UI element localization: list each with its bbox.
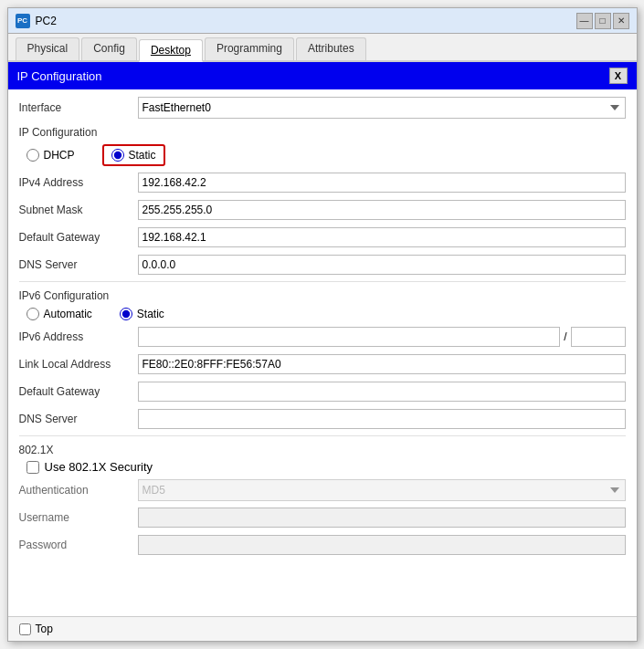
ip-config-close-button[interactable]: X	[609, 68, 628, 84]
maximize-button[interactable]: □	[595, 13, 611, 29]
main-window: PC PC2 — □ ✕ Physical Config Desktop Pro…	[7, 7, 638, 642]
default-gateway-row: Default Gateway	[19, 226, 626, 248]
form-area: Interface FastEthernet0 IP Configuration…	[8, 89, 637, 616]
subnet-mask-label: Subnet Mask	[19, 204, 138, 216]
ip-config-section-title: IP Configuration	[19, 126, 626, 139]
ipv4-address-input[interactable]	[138, 173, 626, 193]
minimize-button[interactable]: —	[576, 13, 593, 29]
ipv6-automatic-radio[interactable]	[26, 308, 39, 320]
ipv4-address-label: IPv4 Address	[19, 176, 138, 189]
ipv6-address-input[interactable]	[138, 327, 561, 347]
ipv6-gateway-row: Default Gateway	[19, 381, 626, 403]
title-bar-controls: — □ ✕	[576, 13, 629, 29]
ipv6-static-option[interactable]: Static	[120, 308, 164, 320]
password-input[interactable]	[138, 535, 626, 555]
ipv6-mode-radio-group: Automatic Static	[19, 308, 626, 320]
top-checkbox[interactable]	[19, 623, 31, 635]
tab-physical[interactable]: Physical	[16, 37, 80, 60]
ipv6-static-radio[interactable]	[120, 308, 132, 320]
authentication-row: Authentication MD5	[19, 479, 626, 501]
dns-server-label: DNS Server	[19, 258, 138, 271]
interface-row: Interface FastEthernet0	[19, 97, 626, 119]
ipv6-dns-input[interactable]	[138, 409, 626, 429]
dhcp-option[interactable]: DHCP	[26, 149, 75, 162]
ipv6-address-row: IPv6 Address /	[19, 326, 626, 348]
subnet-mask-input[interactable]	[138, 200, 626, 220]
title-bar: PC PC2 — □ ✕	[8, 8, 637, 34]
bottom-bar: Top	[8, 616, 637, 641]
link-local-input[interactable]	[138, 354, 626, 374]
dns-server-input[interactable]	[138, 255, 626, 275]
ipv6-static-label: Static	[137, 308, 164, 320]
auth-select[interactable]: MD5	[138, 479, 626, 501]
static-radio[interactable]	[111, 149, 124, 162]
use-8021x-checkbox[interactable]	[26, 461, 39, 474]
username-input[interactable]	[138, 508, 626, 528]
app-icon: PC	[16, 14, 30, 28]
static-label: Static	[129, 149, 156, 162]
use-8021x-row: Use 802.1X Security	[19, 460, 626, 474]
top-checkbox-label: Top	[36, 623, 53, 635]
static-option[interactable]: Static	[102, 144, 165, 166]
ipv6-automatic-label: Automatic	[44, 308, 92, 320]
window-title: PC2	[36, 15, 576, 27]
ipv6-gateway-label: Default Gateway	[19, 385, 138, 398]
password-label: Password	[19, 539, 138, 551]
ipv6-slash: /	[560, 330, 570, 343]
default-gateway-input[interactable]	[138, 227, 626, 247]
close-window-button[interactable]: ✕	[613, 13, 629, 29]
8021x-section-title: 802.1X	[19, 444, 626, 456]
auth-label: Authentication	[19, 484, 138, 497]
ipv6-automatic-option[interactable]: Automatic	[26, 308, 92, 320]
username-label: Username	[19, 511, 138, 524]
password-row: Password	[19, 534, 626, 556]
interface-label: Interface	[19, 101, 138, 114]
dhcp-label: DHCP	[44, 149, 75, 162]
ipv4-address-row: IPv4 Address	[19, 172, 626, 194]
interface-select[interactable]: FastEthernet0	[138, 97, 626, 119]
divider-1	[19, 281, 626, 282]
default-gateway-label: Default Gateway	[19, 231, 138, 244]
dhcp-radio[interactable]	[26, 149, 39, 162]
tab-bar: Physical Config Desktop Programming Attr…	[8, 34, 637, 62]
tab-desktop[interactable]: Desktop	[139, 39, 203, 62]
ip-config-header: IP Configuration X	[8, 62, 637, 89]
use-8021x-label: Use 802.1X Security	[45, 460, 153, 474]
link-local-label: Link Local Address	[19, 358, 138, 371]
divider-2	[19, 435, 626, 436]
tab-attributes[interactable]: Attributes	[296, 37, 366, 60]
top-checkbox-container: Top	[19, 623, 53, 635]
ipv6-dns-label: DNS Server	[19, 413, 138, 425]
ip-mode-radio-group: DHCP Static	[19, 144, 626, 166]
ip-config-title: IP Configuration	[17, 69, 102, 83]
username-row: Username	[19, 507, 626, 529]
main-content: IP Configuration X Interface FastEtherne…	[8, 62, 637, 616]
tab-programming[interactable]: Programming	[205, 37, 294, 60]
dns-server-row: DNS Server	[19, 254, 626, 276]
subnet-mask-row: Subnet Mask	[19, 199, 626, 221]
ipv6-dns-row: DNS Server	[19, 408, 626, 430]
ipv6-address-label: IPv6 Address	[19, 330, 138, 343]
ipv6-prefix-input[interactable]	[571, 327, 626, 347]
ipv6-gateway-input[interactable]	[138, 382, 626, 402]
tab-config[interactable]: Config	[81, 37, 137, 60]
ipv6-config-section-title: IPv6 Configuration	[19, 289, 626, 302]
link-local-row: Link Local Address	[19, 353, 626, 375]
